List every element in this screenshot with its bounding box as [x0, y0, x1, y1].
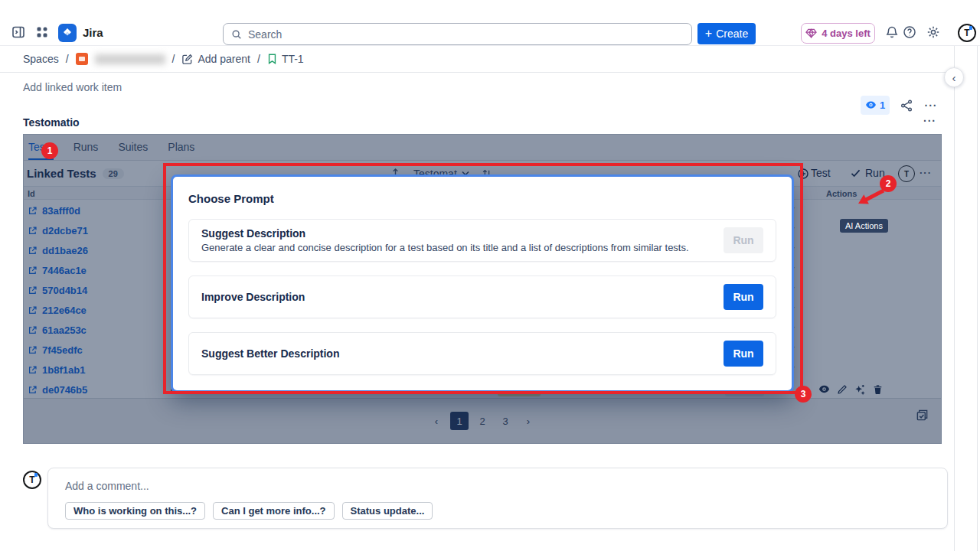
share-icon[interactable] [897, 96, 916, 115]
sidebar-toggle-icon[interactable] [11, 25, 25, 39]
breadcrumb-separator: / [66, 53, 69, 65]
collapse-panel-button[interactable]: ‹ [944, 67, 964, 87]
prompt-name: Suggest Description [201, 227, 689, 240]
settings-gear-icon[interactable] [926, 25, 940, 39]
widget-more-button[interactable]: ··· [923, 115, 936, 127]
choose-prompt-modal: Choose Prompt Suggest Description Genera… [171, 174, 794, 393]
prompt-name: Suggest Better Description [201, 347, 339, 360]
user-avatar[interactable]: T [958, 24, 976, 42]
watchers-button[interactable]: 1 [861, 96, 890, 115]
run-prompt-button[interactable]: Run [724, 284, 763, 310]
plus-icon: + [705, 28, 712, 40]
comment-placeholder: Add a comment... [65, 480, 149, 492]
comment-avatar: T [23, 471, 41, 489]
jira-logo-icon[interactable] [58, 24, 77, 42]
project-avatar-icon[interactable] [76, 53, 88, 65]
prompt-card: Suggest Description Generate a clear and… [188, 219, 776, 262]
watch-count: 1 [880, 99, 885, 111]
more-options-button[interactable]: ··· [920, 96, 942, 115]
quick-reply-button[interactable]: Can I get more info...? [213, 502, 335, 520]
breadcrumb-separator: / [172, 53, 175, 65]
comment-box[interactable]: Add a comment... Who is working on this.… [47, 468, 948, 529]
app-switcher-icon[interactable] [35, 25, 49, 39]
prompt-info: Suggest Better Description [201, 347, 339, 360]
widget-title: Testomatio [23, 116, 80, 129]
right-rail [954, 46, 978, 551]
quick-replies: Who is working on this...? Can I get mor… [65, 502, 433, 520]
breadcrumb-separator: / [257, 53, 260, 65]
run-prompt-button[interactable]: Run [724, 227, 763, 253]
create-button-label: Create [716, 28, 748, 40]
search-icon [231, 29, 242, 40]
top-nav: Jira Search + Create 4 days left T [0, 0, 980, 46]
modal-title: Choose Prompt [188, 192, 776, 205]
breadcrumb-spaces[interactable]: Spaces [23, 53, 59, 65]
prompt-card: Suggest Better Description Run [188, 332, 776, 375]
app-window: Jira Search + Create 4 days left T [0, 0, 980, 551]
prompt-name: Improve Description [201, 291, 305, 303]
help-icon[interactable] [903, 25, 916, 39]
prompt-description: Generate a clear and concise description… [201, 242, 689, 253]
issue-key: TT-1 [282, 53, 304, 65]
prompt-list: Suggest Description Generate a clear and… [188, 219, 776, 375]
prompt-card: Improve Description Run [188, 276, 776, 318]
quick-reply-button[interactable]: Status update... [342, 502, 433, 520]
create-button[interactable]: + Create [697, 23, 756, 44]
breadcrumb-issue[interactable]: TT-1 [267, 53, 304, 65]
quick-reply-button[interactable]: Who is working on this...? [65, 502, 205, 520]
trial-days-left-label: 4 days left [822, 28, 871, 39]
breadcrumb-bar: Spaces / / Add parent / TT-1 [0, 46, 954, 73]
notifications-bell-icon[interactable] [885, 25, 899, 39]
gem-icon [805, 28, 817, 38]
add-linked-work-item[interactable]: Add linked work item [23, 81, 122, 93]
trial-days-left-pill[interactable]: 4 days left [801, 23, 875, 44]
search-input[interactable]: Search [223, 23, 692, 45]
prompt-info: Suggest Description Generate a clear and… [201, 227, 689, 253]
watch-eye-icon [865, 101, 877, 109]
app-name: Jira [83, 26, 103, 39]
prompt-info: Improve Description [201, 291, 305, 303]
project-name-redacted[interactable] [95, 54, 165, 64]
breadcrumb: Spaces / / Add parent / TT-1 [23, 46, 304, 72]
issue-bookmark-icon [267, 54, 277, 64]
breadcrumb-add-parent[interactable]: Add parent [181, 53, 250, 65]
search-placeholder: Search [248, 28, 282, 41]
edit-parent-icon [181, 54, 193, 65]
add-parent-label: Add parent [198, 53, 250, 65]
run-prompt-button[interactable]: Run [724, 341, 763, 367]
ai-actions-tooltip: AI Actions [840, 219, 888, 233]
